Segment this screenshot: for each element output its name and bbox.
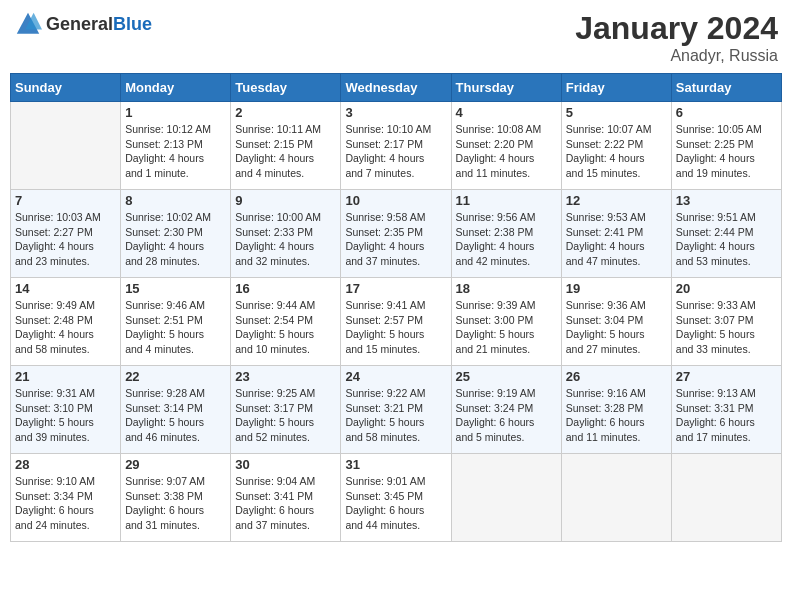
calendar-cell: 12Sunrise: 9:53 AMSunset: 2:41 PMDayligh…: [561, 190, 671, 278]
day-info: Sunrise: 9:25 AMSunset: 3:17 PMDaylight:…: [235, 386, 336, 445]
month-title: January 2024: [575, 10, 778, 47]
logo-text: GeneralBlue: [46, 14, 152, 35]
day-number: 18: [456, 281, 557, 296]
week-row-5: 28Sunrise: 9:10 AMSunset: 3:34 PMDayligh…: [11, 454, 782, 542]
day-info: Sunrise: 9:28 AMSunset: 3:14 PMDaylight:…: [125, 386, 226, 445]
day-info: Sunrise: 10:08 AMSunset: 2:20 PMDaylight…: [456, 122, 557, 181]
logo: GeneralBlue: [14, 10, 152, 38]
day-info: Sunrise: 10:07 AMSunset: 2:22 PMDaylight…: [566, 122, 667, 181]
day-info: Sunrise: 9:39 AMSunset: 3:00 PMDaylight:…: [456, 298, 557, 357]
day-number: 28: [15, 457, 116, 472]
weekday-row: SundayMondayTuesdayWednesdayThursdayFrid…: [11, 74, 782, 102]
day-number: 21: [15, 369, 116, 384]
day-number: 14: [15, 281, 116, 296]
calendar-cell: 16Sunrise: 9:44 AMSunset: 2:54 PMDayligh…: [231, 278, 341, 366]
day-info: Sunrise: 9:10 AMSunset: 3:34 PMDaylight:…: [15, 474, 116, 533]
calendar-cell: 29Sunrise: 9:07 AMSunset: 3:38 PMDayligh…: [121, 454, 231, 542]
day-number: 27: [676, 369, 777, 384]
day-number: 31: [345, 457, 446, 472]
weekday-header-friday: Friday: [561, 74, 671, 102]
calendar-cell: 3Sunrise: 10:10 AMSunset: 2:17 PMDayligh…: [341, 102, 451, 190]
calendar-cell: 8Sunrise: 10:02 AMSunset: 2:30 PMDayligh…: [121, 190, 231, 278]
location-title: Anadyr, Russia: [575, 47, 778, 65]
calendar-cell: 30Sunrise: 9:04 AMSunset: 3:41 PMDayligh…: [231, 454, 341, 542]
logo-icon: [14, 10, 42, 38]
calendar-cell: 4Sunrise: 10:08 AMSunset: 2:20 PMDayligh…: [451, 102, 561, 190]
day-number: 16: [235, 281, 336, 296]
day-info: Sunrise: 10:02 AMSunset: 2:30 PMDaylight…: [125, 210, 226, 269]
day-number: 19: [566, 281, 667, 296]
day-number: 7: [15, 193, 116, 208]
day-number: 24: [345, 369, 446, 384]
day-info: Sunrise: 9:13 AMSunset: 3:31 PMDaylight:…: [676, 386, 777, 445]
day-info: Sunrise: 9:07 AMSunset: 3:38 PMDaylight:…: [125, 474, 226, 533]
day-info: Sunrise: 10:11 AMSunset: 2:15 PMDaylight…: [235, 122, 336, 181]
calendar-header: SundayMondayTuesdayWednesdayThursdayFrid…: [11, 74, 782, 102]
calendar-cell: 11Sunrise: 9:56 AMSunset: 2:38 PMDayligh…: [451, 190, 561, 278]
calendar-cell: 20Sunrise: 9:33 AMSunset: 3:07 PMDayligh…: [671, 278, 781, 366]
day-number: 29: [125, 457, 226, 472]
calendar-cell: 22Sunrise: 9:28 AMSunset: 3:14 PMDayligh…: [121, 366, 231, 454]
day-info: Sunrise: 10:00 AMSunset: 2:33 PMDaylight…: [235, 210, 336, 269]
calendar-cell: 28Sunrise: 9:10 AMSunset: 3:34 PMDayligh…: [11, 454, 121, 542]
day-info: Sunrise: 9:36 AMSunset: 3:04 PMDaylight:…: [566, 298, 667, 357]
calendar-cell: 7Sunrise: 10:03 AMSunset: 2:27 PMDayligh…: [11, 190, 121, 278]
calendar-cell: [671, 454, 781, 542]
day-number: 3: [345, 105, 446, 120]
calendar-cell: 10Sunrise: 9:58 AMSunset: 2:35 PMDayligh…: [341, 190, 451, 278]
day-info: Sunrise: 9:44 AMSunset: 2:54 PMDaylight:…: [235, 298, 336, 357]
calendar-cell: 15Sunrise: 9:46 AMSunset: 2:51 PMDayligh…: [121, 278, 231, 366]
calendar-cell: 14Sunrise: 9:49 AMSunset: 2:48 PMDayligh…: [11, 278, 121, 366]
title-block: January 2024 Anadyr, Russia: [575, 10, 778, 65]
calendar-cell: 1Sunrise: 10:12 AMSunset: 2:13 PMDayligh…: [121, 102, 231, 190]
day-info: Sunrise: 9:31 AMSunset: 3:10 PMDaylight:…: [15, 386, 116, 445]
day-info: Sunrise: 9:04 AMSunset: 3:41 PMDaylight:…: [235, 474, 336, 533]
calendar-body: 1Sunrise: 10:12 AMSunset: 2:13 PMDayligh…: [11, 102, 782, 542]
day-number: 22: [125, 369, 226, 384]
day-number: 1: [125, 105, 226, 120]
day-number: 13: [676, 193, 777, 208]
day-number: 6: [676, 105, 777, 120]
weekday-header-wednesday: Wednesday: [341, 74, 451, 102]
day-info: Sunrise: 10:05 AMSunset: 2:25 PMDaylight…: [676, 122, 777, 181]
week-row-4: 21Sunrise: 9:31 AMSunset: 3:10 PMDayligh…: [11, 366, 782, 454]
day-info: Sunrise: 9:41 AMSunset: 2:57 PMDaylight:…: [345, 298, 446, 357]
day-number: 30: [235, 457, 336, 472]
day-info: Sunrise: 10:10 AMSunset: 2:17 PMDaylight…: [345, 122, 446, 181]
calendar-cell: 21Sunrise: 9:31 AMSunset: 3:10 PMDayligh…: [11, 366, 121, 454]
calendar-cell: [11, 102, 121, 190]
calendar-cell: 6Sunrise: 10:05 AMSunset: 2:25 PMDayligh…: [671, 102, 781, 190]
day-number: 8: [125, 193, 226, 208]
calendar-cell: [451, 454, 561, 542]
day-info: Sunrise: 9:51 AMSunset: 2:44 PMDaylight:…: [676, 210, 777, 269]
calendar-cell: 17Sunrise: 9:41 AMSunset: 2:57 PMDayligh…: [341, 278, 451, 366]
weekday-header-sunday: Sunday: [11, 74, 121, 102]
week-row-3: 14Sunrise: 9:49 AMSunset: 2:48 PMDayligh…: [11, 278, 782, 366]
day-info: Sunrise: 9:33 AMSunset: 3:07 PMDaylight:…: [676, 298, 777, 357]
day-info: Sunrise: 9:46 AMSunset: 2:51 PMDaylight:…: [125, 298, 226, 357]
day-number: 11: [456, 193, 557, 208]
calendar-cell: 19Sunrise: 9:36 AMSunset: 3:04 PMDayligh…: [561, 278, 671, 366]
calendar-cell: 31Sunrise: 9:01 AMSunset: 3:45 PMDayligh…: [341, 454, 451, 542]
day-number: 26: [566, 369, 667, 384]
calendar-cell: [561, 454, 671, 542]
weekday-header-tuesday: Tuesday: [231, 74, 341, 102]
calendar-cell: 24Sunrise: 9:22 AMSunset: 3:21 PMDayligh…: [341, 366, 451, 454]
calendar-cell: 25Sunrise: 9:19 AMSunset: 3:24 PMDayligh…: [451, 366, 561, 454]
day-info: Sunrise: 9:22 AMSunset: 3:21 PMDaylight:…: [345, 386, 446, 445]
calendar-cell: 23Sunrise: 9:25 AMSunset: 3:17 PMDayligh…: [231, 366, 341, 454]
logo-blue: Blue: [113, 14, 152, 34]
day-number: 4: [456, 105, 557, 120]
day-number: 20: [676, 281, 777, 296]
weekday-header-saturday: Saturday: [671, 74, 781, 102]
calendar-cell: 2Sunrise: 10:11 AMSunset: 2:15 PMDayligh…: [231, 102, 341, 190]
day-number: 12: [566, 193, 667, 208]
calendar-cell: 5Sunrise: 10:07 AMSunset: 2:22 PMDayligh…: [561, 102, 671, 190]
weekday-header-thursday: Thursday: [451, 74, 561, 102]
day-number: 9: [235, 193, 336, 208]
calendar-cell: 18Sunrise: 9:39 AMSunset: 3:00 PMDayligh…: [451, 278, 561, 366]
calendar-cell: 26Sunrise: 9:16 AMSunset: 3:28 PMDayligh…: [561, 366, 671, 454]
day-info: Sunrise: 9:56 AMSunset: 2:38 PMDaylight:…: [456, 210, 557, 269]
page-header: GeneralBlue January 2024 Anadyr, Russia: [10, 10, 782, 65]
week-row-2: 7Sunrise: 10:03 AMSunset: 2:27 PMDayligh…: [11, 190, 782, 278]
